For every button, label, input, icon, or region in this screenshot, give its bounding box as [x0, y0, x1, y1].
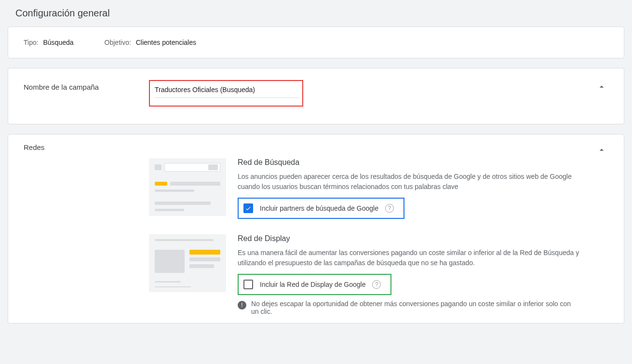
display-network-note: ! No dejes escapar la oportunidad de obt…: [238, 300, 575, 315]
search-network-title: Red de Búsqueda: [238, 158, 585, 167]
campaign-name-card: Nombre de la campaña: [8, 68, 624, 124]
page-title: Configuración general: [8, 4, 624, 27]
search-partners-checkbox-row[interactable]: Incluir partners de búsqueda de Google ?: [238, 198, 404, 219]
check-icon: [245, 205, 252, 212]
display-network-label: Incluir la Red de Display de Google: [260, 281, 365, 288]
networks-label: Redes: [24, 143, 149, 151]
help-icon[interactable]: ?: [372, 280, 381, 289]
campaign-name-label: Nombre de la campaña: [24, 80, 149, 91]
help-icon[interactable]: ?: [385, 204, 394, 213]
search-partners-label: Incluir partners de búsqueda de Google: [260, 204, 378, 212]
display-network-note-text: No dejes escapar la oportunidad de obten…: [251, 300, 575, 315]
type-label: Tipo:: [24, 39, 39, 46]
collapse-campaign-name-button[interactable]: [595, 80, 608, 95]
display-network-checkbox-row[interactable]: Incluir la Red de Display de Google ?: [238, 274, 391, 295]
chevron-up-icon: [597, 145, 606, 155]
display-network-thumb: [149, 234, 226, 292]
chevron-up-icon: [597, 82, 606, 92]
search-network-row: Red de Búsqueda Los anuncios pueden apar…: [149, 158, 608, 219]
display-network-desc: Es una manera fácil de aumentar las conv…: [238, 248, 585, 268]
objective-pair: Objetivo: Clientes potenciales: [105, 39, 196, 46]
search-partners-checkbox[interactable]: [243, 203, 253, 213]
objective-value: Clientes potenciales: [136, 39, 196, 46]
type-pair: Tipo: Búsqueda: [24, 39, 74, 46]
search-network-desc: Los anuncios pueden aparecer cerca de lo…: [238, 172, 585, 192]
display-network-title: Red de Display: [238, 234, 585, 243]
networks-card: Redes: [8, 134, 624, 324]
objective-label: Objetivo:: [105, 39, 131, 46]
summary-card: Tipo: Búsqueda Objetivo: Clientes potenc…: [8, 27, 624, 58]
search-network-thumb: [149, 158, 226, 216]
collapse-networks-button[interactable]: [595, 143, 608, 158]
type-value: Búsqueda: [43, 39, 74, 46]
info-icon: !: [238, 301, 246, 310]
display-network-row: Red de Display Es una manera fácil de au…: [149, 234, 608, 315]
campaign-name-input[interactable]: [155, 84, 299, 98]
campaign-name-highlight: [149, 80, 303, 107]
display-network-checkbox[interactable]: [243, 280, 253, 289]
